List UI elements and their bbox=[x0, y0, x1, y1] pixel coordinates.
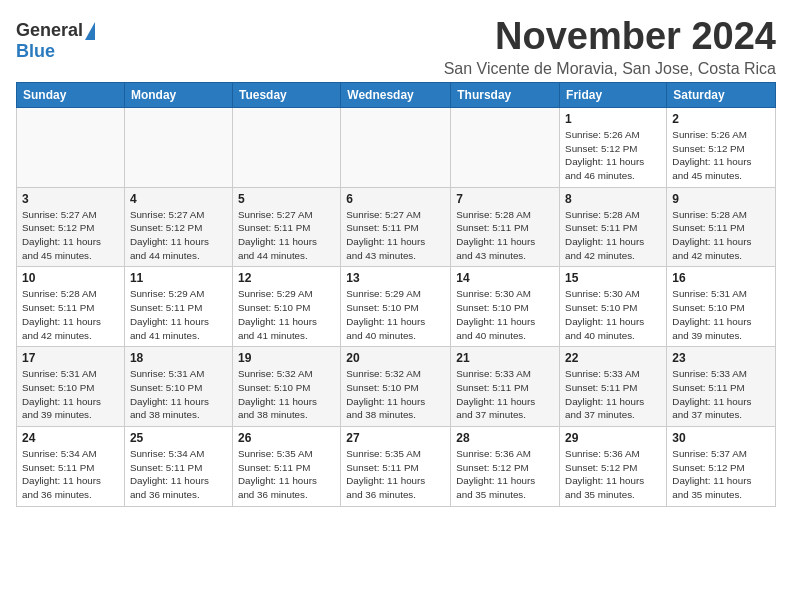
day-number: 13 bbox=[346, 271, 445, 285]
day-info: Sunrise: 5:29 AM Sunset: 5:10 PM Dayligh… bbox=[238, 287, 335, 342]
day-cell: 21Sunrise: 5:33 AM Sunset: 5:11 PM Dayli… bbox=[451, 347, 560, 427]
day-cell: 1Sunrise: 5:26 AM Sunset: 5:12 PM Daylig… bbox=[560, 107, 667, 187]
day-info: Sunrise: 5:33 AM Sunset: 5:11 PM Dayligh… bbox=[456, 367, 554, 422]
logo-blue-text: Blue bbox=[16, 41, 55, 62]
month-title: November 2024 bbox=[444, 16, 776, 58]
logo-triangle-icon bbox=[85, 22, 95, 40]
day-number: 3 bbox=[22, 192, 119, 206]
day-cell: 5Sunrise: 5:27 AM Sunset: 5:11 PM Daylig… bbox=[232, 187, 340, 267]
day-cell: 30Sunrise: 5:37 AM Sunset: 5:12 PM Dayli… bbox=[667, 427, 776, 507]
day-cell: 7Sunrise: 5:28 AM Sunset: 5:11 PM Daylig… bbox=[451, 187, 560, 267]
day-info: Sunrise: 5:35 AM Sunset: 5:11 PM Dayligh… bbox=[346, 447, 445, 502]
day-number: 5 bbox=[238, 192, 335, 206]
day-info: Sunrise: 5:34 AM Sunset: 5:11 PM Dayligh… bbox=[22, 447, 119, 502]
day-cell: 17Sunrise: 5:31 AM Sunset: 5:10 PM Dayli… bbox=[17, 347, 125, 427]
day-cell: 15Sunrise: 5:30 AM Sunset: 5:10 PM Dayli… bbox=[560, 267, 667, 347]
day-number: 22 bbox=[565, 351, 661, 365]
day-cell: 29Sunrise: 5:36 AM Sunset: 5:12 PM Dayli… bbox=[560, 427, 667, 507]
day-cell: 8Sunrise: 5:28 AM Sunset: 5:11 PM Daylig… bbox=[560, 187, 667, 267]
day-cell: 12Sunrise: 5:29 AM Sunset: 5:10 PM Dayli… bbox=[232, 267, 340, 347]
day-info: Sunrise: 5:29 AM Sunset: 5:11 PM Dayligh… bbox=[130, 287, 227, 342]
day-number: 26 bbox=[238, 431, 335, 445]
day-cell: 2Sunrise: 5:26 AM Sunset: 5:12 PM Daylig… bbox=[667, 107, 776, 187]
day-number: 11 bbox=[130, 271, 227, 285]
day-info: Sunrise: 5:36 AM Sunset: 5:12 PM Dayligh… bbox=[456, 447, 554, 502]
day-info: Sunrise: 5:31 AM Sunset: 5:10 PM Dayligh… bbox=[130, 367, 227, 422]
calendar-header: Sunday Monday Tuesday Wednesday Thursday… bbox=[17, 82, 776, 107]
calendar-body: 1Sunrise: 5:26 AM Sunset: 5:12 PM Daylig… bbox=[17, 107, 776, 506]
day-number: 16 bbox=[672, 271, 770, 285]
day-number: 23 bbox=[672, 351, 770, 365]
day-number: 9 bbox=[672, 192, 770, 206]
day-info: Sunrise: 5:32 AM Sunset: 5:10 PM Dayligh… bbox=[346, 367, 445, 422]
calendar-table: Sunday Monday Tuesday Wednesday Thursday… bbox=[16, 82, 776, 507]
day-info: Sunrise: 5:36 AM Sunset: 5:12 PM Dayligh… bbox=[565, 447, 661, 502]
col-monday: Monday bbox=[124, 82, 232, 107]
day-number: 29 bbox=[565, 431, 661, 445]
day-info: Sunrise: 5:30 AM Sunset: 5:10 PM Dayligh… bbox=[565, 287, 661, 342]
week-row-4: 17Sunrise: 5:31 AM Sunset: 5:10 PM Dayli… bbox=[17, 347, 776, 427]
col-tuesday: Tuesday bbox=[232, 82, 340, 107]
day-number: 4 bbox=[130, 192, 227, 206]
day-info: Sunrise: 5:28 AM Sunset: 5:11 PM Dayligh… bbox=[565, 208, 661, 263]
col-wednesday: Wednesday bbox=[341, 82, 451, 107]
day-cell: 20Sunrise: 5:32 AM Sunset: 5:10 PM Dayli… bbox=[341, 347, 451, 427]
day-number: 17 bbox=[22, 351, 119, 365]
day-cell: 4Sunrise: 5:27 AM Sunset: 5:12 PM Daylig… bbox=[124, 187, 232, 267]
day-cell: 10Sunrise: 5:28 AM Sunset: 5:11 PM Dayli… bbox=[17, 267, 125, 347]
day-info: Sunrise: 5:35 AM Sunset: 5:11 PM Dayligh… bbox=[238, 447, 335, 502]
day-cell bbox=[17, 107, 125, 187]
day-info: Sunrise: 5:34 AM Sunset: 5:11 PM Dayligh… bbox=[130, 447, 227, 502]
day-number: 15 bbox=[565, 271, 661, 285]
day-cell: 25Sunrise: 5:34 AM Sunset: 5:11 PM Dayli… bbox=[124, 427, 232, 507]
day-number: 8 bbox=[565, 192, 661, 206]
day-cell bbox=[341, 107, 451, 187]
day-cell: 18Sunrise: 5:31 AM Sunset: 5:10 PM Dayli… bbox=[124, 347, 232, 427]
day-number: 30 bbox=[672, 431, 770, 445]
day-number: 28 bbox=[456, 431, 554, 445]
day-number: 24 bbox=[22, 431, 119, 445]
location-title: San Vicente de Moravia, San Jose, Costa … bbox=[444, 60, 776, 78]
day-info: Sunrise: 5:28 AM Sunset: 5:11 PM Dayligh… bbox=[456, 208, 554, 263]
col-saturday: Saturday bbox=[667, 82, 776, 107]
day-info: Sunrise: 5:27 AM Sunset: 5:11 PM Dayligh… bbox=[238, 208, 335, 263]
day-cell: 22Sunrise: 5:33 AM Sunset: 5:11 PM Dayli… bbox=[560, 347, 667, 427]
title-area: November 2024 San Vicente de Moravia, Sa… bbox=[444, 16, 776, 78]
logo: General Blue bbox=[16, 20, 95, 62]
day-number: 2 bbox=[672, 112, 770, 126]
day-cell: 19Sunrise: 5:32 AM Sunset: 5:10 PM Dayli… bbox=[232, 347, 340, 427]
col-thursday: Thursday bbox=[451, 82, 560, 107]
day-cell: 3Sunrise: 5:27 AM Sunset: 5:12 PM Daylig… bbox=[17, 187, 125, 267]
day-number: 25 bbox=[130, 431, 227, 445]
week-row-2: 3Sunrise: 5:27 AM Sunset: 5:12 PM Daylig… bbox=[17, 187, 776, 267]
day-info: Sunrise: 5:37 AM Sunset: 5:12 PM Dayligh… bbox=[672, 447, 770, 502]
col-sunday: Sunday bbox=[17, 82, 125, 107]
day-cell: 9Sunrise: 5:28 AM Sunset: 5:11 PM Daylig… bbox=[667, 187, 776, 267]
day-cell: 14Sunrise: 5:30 AM Sunset: 5:10 PM Dayli… bbox=[451, 267, 560, 347]
day-info: Sunrise: 5:28 AM Sunset: 5:11 PM Dayligh… bbox=[672, 208, 770, 263]
day-info: Sunrise: 5:28 AM Sunset: 5:11 PM Dayligh… bbox=[22, 287, 119, 342]
day-number: 18 bbox=[130, 351, 227, 365]
day-number: 21 bbox=[456, 351, 554, 365]
day-number: 1 bbox=[565, 112, 661, 126]
day-info: Sunrise: 5:26 AM Sunset: 5:12 PM Dayligh… bbox=[565, 128, 661, 183]
day-cell: 27Sunrise: 5:35 AM Sunset: 5:11 PM Dayli… bbox=[341, 427, 451, 507]
day-info: Sunrise: 5:31 AM Sunset: 5:10 PM Dayligh… bbox=[672, 287, 770, 342]
day-cell bbox=[124, 107, 232, 187]
day-cell: 26Sunrise: 5:35 AM Sunset: 5:11 PM Dayli… bbox=[232, 427, 340, 507]
day-number: 10 bbox=[22, 271, 119, 285]
week-row-3: 10Sunrise: 5:28 AM Sunset: 5:11 PM Dayli… bbox=[17, 267, 776, 347]
header-row: Sunday Monday Tuesday Wednesday Thursday… bbox=[17, 82, 776, 107]
day-number: 14 bbox=[456, 271, 554, 285]
day-info: Sunrise: 5:27 AM Sunset: 5:12 PM Dayligh… bbox=[22, 208, 119, 263]
day-info: Sunrise: 5:31 AM Sunset: 5:10 PM Dayligh… bbox=[22, 367, 119, 422]
col-friday: Friday bbox=[560, 82, 667, 107]
day-cell bbox=[232, 107, 340, 187]
day-number: 27 bbox=[346, 431, 445, 445]
day-cell: 28Sunrise: 5:36 AM Sunset: 5:12 PM Dayli… bbox=[451, 427, 560, 507]
day-info: Sunrise: 5:30 AM Sunset: 5:10 PM Dayligh… bbox=[456, 287, 554, 342]
day-number: 7 bbox=[456, 192, 554, 206]
day-cell bbox=[451, 107, 560, 187]
day-cell: 6Sunrise: 5:27 AM Sunset: 5:11 PM Daylig… bbox=[341, 187, 451, 267]
day-number: 12 bbox=[238, 271, 335, 285]
